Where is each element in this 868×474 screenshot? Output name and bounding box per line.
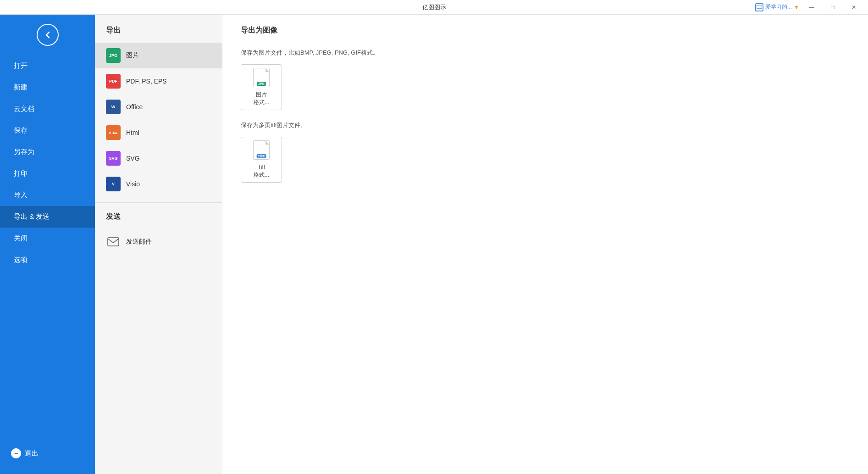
sidebar-label-import: 导入 (14, 191, 28, 200)
user-area[interactable]: 爱学习的... ▼ (755, 3, 799, 11)
tiff-card[interactable]: TIFF Tiff格式... (241, 137, 282, 183)
image-format-cards: JPG 图片格式... (241, 64, 850, 110)
content-title: 导出为图像 (241, 26, 850, 41)
tiff-card-label: Tiff格式... (254, 163, 269, 179)
panel-divider (95, 202, 222, 203)
sidebar-item-exit[interactable]: − 退出 (0, 442, 95, 465)
window-controls: — □ ✕ (801, 0, 864, 15)
title-bar-right: 爱学习的... ▼ — □ ✕ (755, 0, 864, 15)
svg-rect-0 (757, 5, 762, 9)
jpg-format-icon: JPG (106, 48, 121, 63)
content-area: 导出为图像 保存为图片文件，比如BMP, JPEG, PNG, GIF格式。 J… (222, 15, 868, 474)
title-bar: 亿图图示 爱学习的... ▼ — □ ✕ (0, 0, 868, 15)
sidebar-item-open[interactable]: 打开 (0, 55, 95, 77)
panel-label-html: Html (126, 129, 139, 136)
sidebar-label-new: 新建 (14, 83, 28, 92)
sidebar-item-close[interactable]: 关闭 (0, 228, 95, 249)
jpg-badge: JPG (257, 82, 266, 86)
tiff-badge: TIFF (257, 154, 266, 158)
sidebar-item-export[interactable]: 导出 & 发送 (0, 206, 95, 228)
jpg-card[interactable]: JPG 图片格式... (241, 64, 282, 110)
content-desc1: 保存为图片文件，比如BMP, JPEG, PNG, GIF格式。 (241, 49, 850, 57)
email-icon (106, 234, 121, 249)
close-button[interactable]: ✕ (843, 0, 864, 15)
jpg-card-icon: JPG (253, 68, 270, 87)
sidebar-label-print: 打印 (14, 169, 28, 178)
pdf-format-icon: PDF (106, 74, 121, 89)
panel-item-svg[interactable]: SVG SVG (95, 145, 222, 171)
panel-item-email[interactable]: 发送邮件 (95, 229, 222, 255)
svg-rect-1 (108, 238, 119, 246)
office-format-icon: W (106, 100, 121, 114)
sidebar-label-options: 选项 (14, 256, 28, 264)
panel-item-visio[interactable]: V Visio (95, 171, 222, 197)
svg-format-icon: SVG (106, 151, 121, 166)
visio-format-icon: V (106, 177, 121, 191)
tiff-format-cards: TIFF Tiff格式... (241, 137, 850, 183)
panel-label-image: 图片 (126, 51, 139, 60)
sidebar-item-import[interactable]: 导入 (0, 184, 95, 206)
exit-icon: − (11, 448, 21, 458)
sidebar-item-options[interactable]: 选项 (0, 249, 95, 271)
sidebar-item-saveas[interactable]: 另存为 (0, 141, 95, 163)
sidebar-label-cloud: 云文档 (14, 105, 34, 113)
panel-label-svg: SVG (126, 155, 140, 162)
back-button[interactable] (0, 19, 95, 55)
sidebar-label-open: 打开 (14, 61, 28, 70)
sidebar-label-exit: 退出 (25, 449, 39, 458)
panel-label-visio: Visio (126, 180, 140, 188)
panel-label-pdf: PDF, PS, EPS (126, 78, 167, 85)
tiff-card-icon: TIFF (253, 140, 270, 160)
send-section-title: 发送 (95, 208, 222, 229)
content-desc2: 保存为多页tiff图片文件。 (241, 121, 850, 129)
sidebar-label-export: 导出 & 发送 (14, 212, 50, 221)
chat-icon (755, 3, 763, 11)
sidebar-item-save[interactable]: 保存 (0, 120, 95, 141)
html-format-icon: HTML (106, 125, 121, 140)
export-section-title: 导出 (95, 22, 222, 43)
panel-label-email: 发送邮件 (126, 238, 152, 246)
maximize-button[interactable]: □ (822, 0, 843, 15)
sidebar-label-saveas: 另存为 (14, 148, 34, 156)
user-label: 爱学习的... (765, 3, 792, 11)
sidebar-item-new[interactable]: 新建 (0, 77, 95, 98)
sidebar-item-cloud[interactable]: 云文档 (0, 98, 95, 120)
middle-panel: 导出 JPG 图片 PDF PDF, PS, EPS W Office HTML… (95, 15, 222, 474)
sidebar-label-save: 保存 (14, 126, 28, 135)
minimize-button[interactable]: — (801, 0, 822, 15)
panel-label-office: Office (126, 103, 143, 111)
panel-item-pdf[interactable]: PDF PDF, PS, EPS (95, 68, 222, 94)
sidebar-label-close: 关闭 (14, 234, 28, 243)
sidebar-left: 打开 新建 云文档 保存 另存为 打印 导入 导出 & 发送 关闭 选项 (0, 15, 95, 474)
user-dropdown-icon: ▼ (794, 4, 799, 11)
panel-item-image[interactable]: JPG 图片 (95, 43, 222, 68)
app-title: 亿图图示 (422, 3, 446, 11)
app-body: 打开 新建 云文档 保存 另存为 打印 导入 导出 & 发送 关闭 选项 (0, 15, 868, 474)
back-circle-icon[interactable] (37, 24, 59, 46)
panel-item-html[interactable]: HTML Html (95, 120, 222, 145)
panel-item-office[interactable]: W Office (95, 94, 222, 120)
sidebar-item-print[interactable]: 打印 (0, 163, 95, 184)
jpg-card-label: 图片格式... (254, 91, 269, 106)
